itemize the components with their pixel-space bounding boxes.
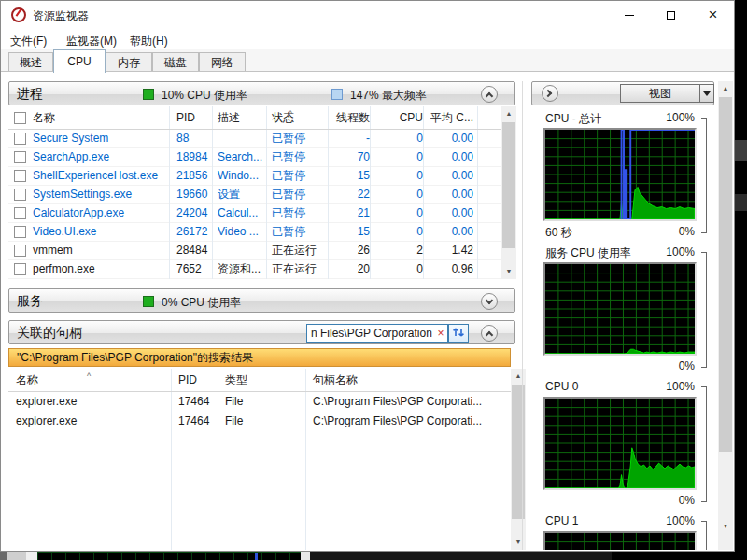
max-frequency-legend-label: 147% 最大频率	[350, 88, 427, 104]
close-icon: ×	[709, 6, 718, 23]
process-description: Search...	[212, 148, 266, 166]
scroll-up-icon[interactable]: ▲	[511, 369, 526, 384]
scrollbar-thumb[interactable]	[719, 97, 732, 452]
menu-bar: 文件(F) 监视器(M) 帮助(H)	[1, 29, 734, 49]
scroll-up-icon[interactable]: ▲	[501, 106, 516, 121]
handle-row[interactable]: explorer.exe17464FileC:\Program Files\PG…	[8, 412, 511, 431]
row-checkbox[interactable]	[14, 133, 26, 145]
process-name: CalculatorApp.exe	[33, 204, 124, 222]
graphs-pane-scrollbar[interactable]: ▲ ▼	[718, 81, 733, 550]
process-row[interactable]: Secure System88已暂停-00.00	[8, 130, 501, 148]
process-row[interactable]: ShellExperienceHost.exe21856Windo...已暂停1…	[8, 167, 501, 186]
col-handle-type[interactable]: 类型	[218, 369, 305, 391]
process-cpu: 0	[370, 167, 423, 185]
process-name: Secure System	[33, 130, 108, 147]
process-row[interactable]: SearchApp.exe18984Search...已暂停7000.00	[8, 148, 501, 167]
search-handles-button[interactable]	[448, 324, 469, 343]
view-dropdown-button[interactable]	[699, 84, 714, 103]
handle-table-header[interactable]: ^名称 PID 类型 句柄名称	[8, 369, 511, 392]
process-table-header[interactable]: 名称 PID 描述 ^状态 线程数 CPU 平均 C...	[8, 106, 501, 130]
row-checkbox[interactable]	[14, 245, 26, 257]
col-name[interactable]: 名称	[33, 106, 55, 129]
process-status: 已暂停	[266, 223, 328, 241]
graph-section-cpu-0: CPU 0100%0%	[529, 378, 716, 512]
col-description[interactable]: 描述	[212, 106, 266, 129]
view-button[interactable]: 视图	[620, 84, 700, 103]
process-cpu: 0	[370, 204, 423, 222]
col-threads[interactable]: 线程数	[328, 106, 370, 129]
processes-title: 进程	[17, 86, 43, 103]
row-checkbox[interactable]	[14, 170, 26, 182]
process-row[interactable]: vmmem28484正在运行2621.42	[8, 242, 501, 260]
minimize-button[interactable]	[608, 1, 650, 29]
title-bar[interactable]: 资源监视器 ×	[1, 1, 734, 29]
process-name: perfmon.exe	[33, 260, 95, 278]
row-checkbox[interactable]	[14, 226, 26, 238]
handle-table: ^名称 PID 类型 句柄名称 explorer.exe17464FileC:\…	[8, 369, 511, 550]
select-all-checkbox[interactable]	[14, 112, 26, 124]
col-cpu[interactable]: CPU	[370, 106, 423, 129]
process-row[interactable]: perfmon.exe7652资源和...正在运行2000.96	[8, 260, 501, 279]
graph-section-cpu-total: CPU - 总计100%60 秒0%	[529, 109, 716, 244]
handles-collapse-button[interactable]	[481, 325, 498, 342]
chevron-right-icon	[544, 90, 552, 97]
handle-search-input[interactable]: n Files\PGP Corporation	[307, 327, 434, 340]
process-row[interactable]: CalculatorApp.exe24204Calcul...已暂停2100.0…	[8, 204, 501, 223]
tab-memory[interactable]: 内存	[106, 52, 152, 72]
clear-search-icon[interactable]: ×	[434, 325, 447, 342]
process-name: Video.UI.exe	[33, 223, 97, 241]
scroll-down-icon[interactable]: ▼	[511, 535, 526, 550]
menu-monitor[interactable]: 监视器(M)	[61, 32, 122, 51]
col-handle-pid[interactable]: PID	[171, 369, 218, 391]
handles-section-header[interactable]: 关联的句柄 n Files\PGP Corporation ×	[8, 320, 515, 344]
services-expand-button[interactable]	[481, 293, 498, 310]
process-threads: -	[328, 130, 370, 147]
process-name: vmmem	[33, 242, 73, 259]
row-checkbox[interactable]	[14, 189, 26, 201]
scroll-down-icon[interactable]: ▼	[501, 264, 516, 279]
tab-disk[interactable]: 磁盘	[152, 52, 199, 72]
row-checkbox[interactable]	[14, 207, 26, 219]
process-name: SearchApp.exe	[33, 148, 109, 166]
col-average-cpu[interactable]: 平均 C...	[423, 106, 477, 129]
tab-network[interactable]: 网络	[199, 52, 246, 72]
close-button[interactable]: ×	[692, 1, 734, 29]
row-checkbox[interactable]	[14, 151, 26, 163]
graph-scale-bracket	[701, 521, 707, 550]
process-cpu: 0	[370, 148, 423, 166]
pane-divider	[522, 81, 523, 550]
col-status[interactable]: ^状态	[266, 106, 328, 129]
tab-overview[interactable]: 概述	[8, 52, 53, 72]
collapse-pane-button[interactable]	[542, 85, 558, 102]
process-average-cpu: 0.00	[423, 204, 477, 222]
menu-file[interactable]: 文件(F)	[5, 32, 52, 51]
graph-min-label: 0%	[679, 359, 695, 372]
process-table-scrollbar[interactable]: ▲ ▼	[501, 106, 516, 279]
scroll-down-icon[interactable]: ▼	[718, 519, 733, 534]
maximize-button[interactable]	[650, 1, 692, 29]
maximize-icon	[667, 11, 675, 20]
col-pid[interactable]: PID	[169, 106, 212, 129]
handle-table-scrollbar[interactable]: ▲ ▼	[511, 369, 526, 550]
processes-collapse-button[interactable]	[481, 86, 498, 103]
scroll-up-icon[interactable]: ▲	[718, 81, 733, 96]
handle-search-box[interactable]: n Files\PGP Corporation ×	[306, 324, 448, 343]
menu-help[interactable]: 帮助(H)	[124, 32, 174, 51]
process-average-cpu: 0.00	[423, 130, 477, 147]
scrollbar-thumb[interactable]	[502, 122, 515, 248]
processes-section-header[interactable]: 进程 10% CPU 使用率 147% 最大频率	[8, 81, 515, 105]
row-checkbox[interactable]	[14, 263, 26, 275]
handle-row[interactable]: explorer.exe17464FileC:\Program Files\PG…	[8, 392, 511, 412]
background-graph-blue-line	[255, 553, 258, 560]
process-row[interactable]: Video.UI.exe26172Video ...已暂停1500.00	[8, 223, 501, 242]
services-section-header[interactable]: 服务 0% CPU 使用率	[8, 288, 515, 313]
col-handle-name[interactable]: ^名称	[8, 369, 171, 391]
tab-cpu[interactable]: CPU	[53, 49, 106, 73]
graph-scale-bracket	[701, 386, 707, 502]
process-status: 已暂停	[266, 167, 328, 185]
process-row[interactable]: SystemSettings.exe19660设置已暂停2200.00	[8, 186, 501, 204]
search-refresh-icon	[451, 325, 466, 340]
process-threads: 21	[328, 204, 370, 222]
graph-title: 服务 CPU 使用率	[545, 245, 631, 261]
col-handle-path[interactable]: 句柄名称	[305, 369, 511, 391]
